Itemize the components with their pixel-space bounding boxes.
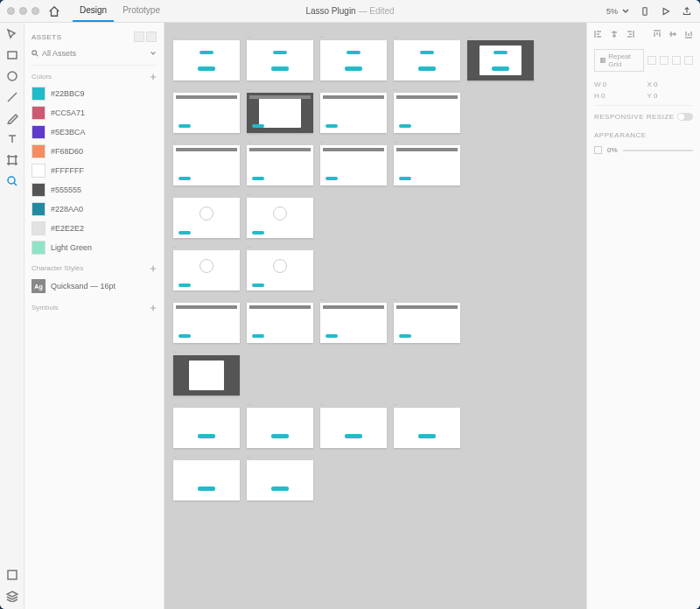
canvas[interactable]: ········································… [164, 23, 586, 609]
layers-icon[interactable] [6, 590, 18, 602]
artboard-thumbnail[interactable]: ··· [320, 145, 387, 186]
artboard-thumbnail[interactable]: ··· [320, 93, 387, 133]
tab-design[interactable]: Design [73, 0, 114, 22]
select-tool[interactable] [6, 28, 18, 40]
artboard-thumbnail[interactable]: ··· [394, 145, 460, 186]
artboard-thumbnail[interactable]: ··· [320, 408, 387, 448]
subtract-icon[interactable] [660, 56, 668, 65]
artboard-thumbnail[interactable]: ··· [247, 408, 313, 448]
swatch-label: #228AA0 [51, 205, 83, 214]
minimize-icon[interactable] [19, 7, 27, 15]
artboard-thumbnail[interactable]: ··· [247, 40, 313, 80]
color-swatch-item[interactable]: Light Green [32, 238, 157, 257]
exclude-icon[interactable] [684, 56, 693, 65]
swatch-label: #CC5A71 [51, 108, 85, 117]
colors-section-header[interactable]: Colors [32, 66, 157, 84]
maximize-icon[interactable] [32, 7, 39, 15]
assets-icon[interactable] [6, 569, 18, 581]
plus-icon[interactable] [150, 265, 157, 272]
tab-prototype[interactable]: Prototype [116, 0, 167, 22]
color-swatch-item[interactable]: #CC5A71 [32, 103, 157, 122]
artboard-thumbnail[interactable]: ··· [173, 145, 240, 186]
charstyle-icon: Ag [32, 279, 46, 293]
artboard-thumbnail[interactable]: ··· [173, 408, 240, 448]
character-style-item[interactable]: Ag Quicksand — 16pt [32, 276, 157, 297]
opacity-checkbox[interactable] [594, 146, 602, 154]
opacity-slider[interactable] [623, 150, 693, 151]
home-button[interactable] [48, 5, 60, 18]
artboard-thumbnail[interactable]: ··· [247, 460, 313, 500]
artboard-thumbnail[interactable]: ··· [394, 303, 460, 343]
align-right-icon[interactable] [626, 30, 634, 38]
zoom-tool[interactable] [6, 175, 18, 187]
artboard-thumbnail[interactable]: ··· [467, 40, 534, 80]
symbols-section-header[interactable]: Symbols [32, 297, 157, 315]
width-field[interactable]: W 0 [594, 80, 640, 88]
artboard-thumbnail[interactable]: ··· [247, 198, 313, 238]
share-icon[interactable] [681, 5, 693, 18]
y-field[interactable]: Y 0 [648, 92, 694, 100]
plus-icon[interactable] [150, 304, 157, 312]
artboard-thumbnail[interactable]: ··· [173, 460, 240, 500]
plus-icon[interactable] [150, 74, 157, 80]
artboard-thumbnail[interactable]: ··· [247, 145, 313, 186]
swatch-label: #FFFFFF [51, 166, 84, 175]
color-swatch-item[interactable]: #5E3BCA [32, 122, 157, 142]
artboard-thumbnail[interactable]: ··· [173, 250, 240, 290]
ellipse-tool[interactable] [6, 70, 18, 82]
zoom-dropdown[interactable]: 5% [606, 7, 630, 16]
align-bottom-icon[interactable] [684, 30, 693, 38]
color-swatch-item[interactable]: #F68D60 [32, 142, 157, 161]
artboard-thumbnail[interactable]: ··· [394, 93, 460, 133]
x-field[interactable]: X 0 [648, 80, 694, 88]
artboard-thumbnail[interactable]: ··· [394, 408, 460, 448]
assets-search[interactable]: All Assets [32, 46, 157, 66]
swatch-icon [32, 106, 46, 120]
artboard-thumbnail[interactable]: ··· [173, 355, 240, 396]
artboard-thumbnail[interactable]: ··· [247, 303, 313, 343]
align-hcenter-icon[interactable] [610, 30, 619, 38]
svg-point-6 [32, 51, 37, 55]
artboard-thumbnail[interactable]: ··· [173, 303, 240, 343]
swatch-label: #22BBC9 [51, 89, 85, 98]
artboard-thumbnail[interactable]: ··· [173, 198, 240, 238]
artboard-tool[interactable] [6, 154, 18, 166]
repeat-grid-button[interactable]: Repeat Grid [594, 49, 644, 72]
list-view-button[interactable] [146, 32, 157, 42]
swatch-icon [32, 87, 46, 101]
responsive-toggle[interactable] [677, 113, 693, 121]
chevron-down-icon [150, 50, 157, 57]
artboard-thumbnail[interactable]: ··· [320, 40, 387, 80]
union-icon[interactable] [648, 56, 656, 65]
color-swatch-item[interactable]: #555555 [32, 180, 157, 200]
grid-view-button[interactable] [134, 32, 144, 42]
color-swatch-item[interactable]: #FFFFFF [32, 161, 157, 180]
artboard-thumbnail[interactable]: ··· [247, 93, 313, 133]
artboard-thumbnail[interactable]: ··· [320, 303, 387, 343]
close-icon[interactable] [7, 7, 15, 15]
swatch-label: #E2E2E2 [51, 224, 84, 233]
align-controls [594, 28, 693, 46]
color-swatch-item[interactable]: #E2E2E2 [32, 219, 157, 238]
color-swatch-item[interactable]: #228AA0 [32, 200, 157, 219]
artboard-thumbnail[interactable]: ··· [173, 40, 240, 80]
play-icon[interactable] [660, 5, 672, 18]
intersect-icon[interactable] [672, 56, 681, 65]
svg-rect-7 [601, 59, 603, 60]
device-preview-icon[interactable] [639, 5, 651, 18]
color-swatch-item[interactable]: #22BBC9 [32, 84, 157, 103]
align-left-icon[interactable] [594, 30, 603, 38]
height-field[interactable]: H 0 [594, 92, 640, 100]
text-tool[interactable] [6, 133, 18, 145]
swatch-icon [32, 241, 46, 255]
align-top-icon[interactable] [653, 30, 662, 38]
charstyles-section-header[interactable]: Character Styles [32, 257, 157, 276]
line-tool[interactable] [6, 91, 18, 103]
align-vcenter-icon[interactable] [668, 30, 677, 38]
artboard-thumbnail[interactable]: ··· [394, 40, 460, 80]
artboard-thumbnail[interactable]: ··· [247, 250, 313, 290]
pen-tool[interactable] [6, 112, 18, 124]
artboard-thumbnail[interactable]: ··· [173, 93, 240, 133]
svg-rect-0 [643, 7, 647, 15]
rectangle-tool[interactable] [6, 49, 18, 61]
